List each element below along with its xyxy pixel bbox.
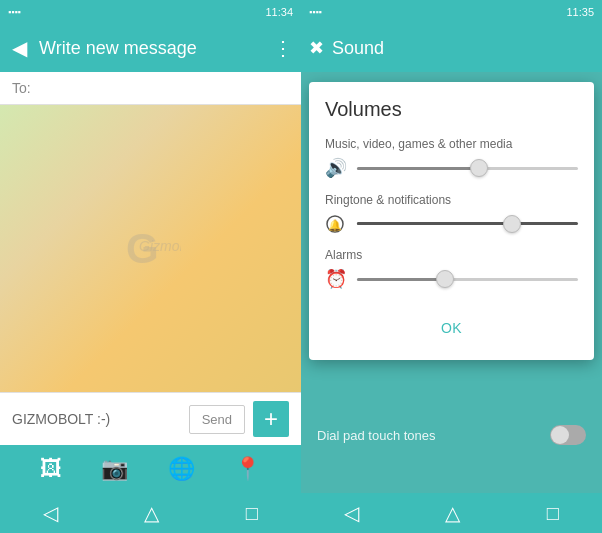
ringtone-volume-icon: 🔔 [325,213,349,234]
signal-icon: ▪▪▪▪ [8,7,21,17]
music-volume-section: Music, video, games & other media 🔊 [325,137,578,179]
music-slider-fill [357,167,479,170]
ringtone-slider-track [357,222,578,225]
volumes-title: Volumes [325,98,578,121]
message-body: G GizmoBolt [0,105,301,392]
toolbar-right: ✖ Sound [301,24,602,72]
music-volume-row: 🔊 [325,157,578,179]
dial-pad-toggle[interactable] [550,425,586,445]
menu-button[interactable]: ⋮ [273,36,293,60]
to-field[interactable]: To: [0,72,301,105]
alarms-slider-track [357,278,578,281]
signal-icon-right: ▪▪▪▪ [309,7,322,17]
send-button[interactable]: Send [189,405,245,434]
ringtone-label: Ringtone & notifications [325,193,578,207]
add-button[interactable]: + [253,401,289,437]
ringtone-slider-thumb[interactable] [503,215,521,233]
status-icons-left: ▪▪▪▪ [8,7,21,17]
page-title-left: Write new message [39,38,265,59]
sound-background: Indication Volumes Music, video, games &… [301,72,602,533]
sound-title: Sound [332,38,594,59]
message-input-area: GIZMOBOLT :-) Send + [0,392,301,445]
alarms-label: Alarms [325,248,578,262]
back-nav-right[interactable]: ◁ [344,501,359,525]
volumes-dialog: Volumes Music, video, games & other medi… [309,82,594,360]
watermark: G GizmoBolt [121,224,181,274]
alarms-slider[interactable] [357,269,578,289]
music-volume-icon: 🔊 [325,157,349,179]
time-left: 11:34 [265,6,293,18]
attachment-bar: 🖼 📷 🌐 📍 [0,445,301,493]
gallery-icon[interactable]: 🖼 [40,456,62,482]
settings-icon[interactable]: ✖ [309,37,324,59]
ringtone-volume-section: Ringtone & notifications 🔔 [325,193,578,234]
status-bar-right: ▪▪▪▪ 11:35 [301,0,602,24]
back-nav-left[interactable]: ◁ [43,501,58,525]
ringtone-volume-row: 🔔 [325,213,578,234]
ok-button[interactable]: OK [417,312,486,344]
music-slider[interactable] [357,158,578,178]
status-icons-right: ▪▪▪▪ [309,7,322,17]
toggle-knob [551,426,569,444]
music-slider-thumb[interactable] [470,159,488,177]
music-label: Music, video, games & other media [325,137,578,151]
left-panel: ▪▪▪▪ 11:34 ◀ Write new message ⋮ To: G G… [0,0,301,533]
alarms-volume-icon: ⏰ [325,268,349,290]
dial-pad-section: Dial pad touch tones [301,417,602,453]
nav-bar-left: ◁ △ □ [0,493,301,533]
recents-nav-left[interactable]: □ [246,502,258,525]
alarms-slider-fill [357,278,445,281]
ok-row: OK [325,304,578,344]
svg-text:🔔: 🔔 [328,218,342,232]
time-right: 11:35 [566,6,594,18]
music-slider-track [357,167,578,170]
toolbar-left: ◀ Write new message ⋮ [0,24,301,72]
back-button[interactable]: ◀ [8,32,31,64]
gizmobolt-icon: G GizmoBolt [121,224,181,274]
ringtone-slider-fill [357,222,512,225]
alarms-volume-row: ⏰ [325,268,578,290]
nav-bar-right: ◁ △ □ [301,493,602,533]
alarms-slider-thumb[interactable] [436,270,454,288]
alarms-volume-section: Alarms ⏰ [325,248,578,290]
camera-icon[interactable]: 📷 [101,456,128,482]
to-label: To: [12,80,31,96]
recents-nav-right[interactable]: □ [547,502,559,525]
home-nav-left[interactable]: △ [144,501,159,525]
ringtone-slider[interactable] [357,214,578,234]
svg-text:GizmoBolt: GizmoBolt [139,238,181,254]
right-panel: ▪▪▪▪ 11:35 ✖ Sound Indication Volumes Mu… [301,0,602,533]
browser-icon[interactable]: 🌐 [168,456,195,482]
dial-pad-label: Dial pad touch tones [317,428,436,443]
status-bar-left: ▪▪▪▪ 11:34 [0,0,301,24]
message-text[interactable]: GIZMOBOLT :-) [12,411,181,427]
location-icon[interactable]: 📍 [234,456,261,482]
home-nav-right[interactable]: △ [445,501,460,525]
